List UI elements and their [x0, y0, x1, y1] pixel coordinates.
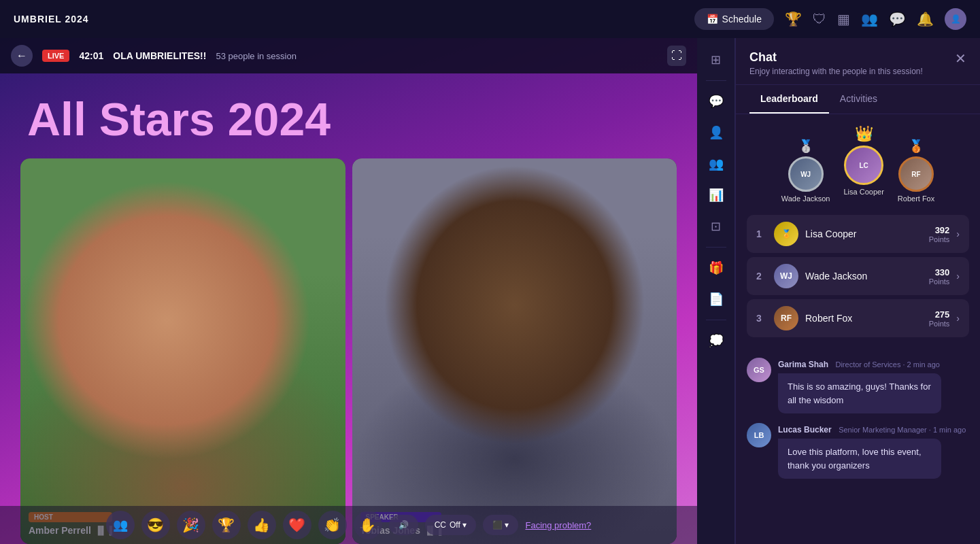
document-icon-button[interactable]: 📄 — [703, 286, 730, 313]
top-nav-left: UMBRIEL 2024 — [14, 14, 89, 24]
podium-name-lisa: Lisa Cooper — [844, 188, 884, 196]
session-title: OLA UMBRIELITES!! — [113, 50, 206, 61]
team-icon-button[interactable]: 👥 — [703, 150, 730, 177]
main-layout: ← LIVE 42:01 OLA UMBRIELITES!! 53 people… — [0, 38, 980, 544]
session-people-count: 53 people in session — [216, 51, 297, 61]
chat-tabs: Leaderboard Activities — [736, 85, 980, 114]
users-icon[interactable]: 👥 — [861, 11, 878, 27]
leaderboard-row-3[interactable]: 3 RF Robert Fox 275 Points › — [747, 299, 969, 337]
sidebar-divider-3 — [706, 320, 726, 320]
top-nav: UMBRIEL 2024 📅 Schedule 🏆 🛡 ▦ 👥 💬 🔔 👤 — [0, 0, 980, 38]
tab-activities[interactable]: Activities — [829, 85, 888, 114]
chat-nav-icon[interactable]: 💬 — [889, 11, 906, 27]
garima-avatar: GS — [747, 358, 771, 382]
lb-avatar-wade: WJ — [774, 264, 798, 288]
chat-subtitle: Enjoy interacting with the people in thi… — [749, 67, 923, 76]
session-bar: ← LIVE 42:01 OLA UMBRIELITES!! 53 people… — [0, 38, 697, 73]
lb-points-robert: 275 — [929, 309, 950, 320]
session-timer: 42:01 — [79, 50, 103, 61]
app-title: UMBRIEL 2024 — [14, 14, 89, 24]
lucas-meta: Senior Marketing Manager · 1 min ago — [839, 426, 966, 434]
video-feed-amber: HOST Amber Perrell ▐▌▐ — [20, 158, 345, 544]
analytics-icon-button[interactable]: 📊 — [703, 182, 730, 209]
podium: 🥈 WJ Wade Jackson 👑 LC Lisa Cooper 🥉 RF … — [747, 125, 969, 203]
quality-button[interactable]: ⬛ ▾ — [483, 515, 518, 535]
chat-header: Chat Enjoy interacting with the people i… — [736, 38, 980, 85]
bottom-controls: 👥 😎 🎉 🏆 👍 ❤️ 👏 ✋ 🔊 CC Off ▾ ⬛ ▾ Fa — [0, 506, 697, 544]
lb-name-wade: Wade Jackson — [805, 271, 922, 282]
modules-icon-button[interactable]: ⊡ — [703, 213, 730, 240]
garima-sender: Garima Shah — [778, 360, 828, 369]
quality-icon: ⬛ ▾ — [492, 520, 509, 530]
tobias-video — [352, 158, 677, 544]
back-button[interactable]: ← — [11, 45, 33, 67]
volume-icon: 🔊 — [399, 520, 409, 530]
lb-avatar-lisa: 🏅 — [774, 222, 798, 246]
lb-points-lisa: 392 — [929, 225, 950, 235]
video-feeds: HOST Amber Perrell ▐▌▐ SPEAKER — [0, 158, 697, 544]
chat-messages: GS Garima Shah Director of Services · 2 … — [736, 348, 980, 544]
podium-avatar-wade: WJ — [788, 156, 824, 192]
emoji-sunglasses-button[interactable]: 😎 — [141, 511, 170, 539]
lb-points-label-lisa: Points — [929, 235, 950, 243]
video-area: ← LIVE 42:01 OLA UMBRIELITES!! 53 people… — [0, 38, 697, 544]
cc-button[interactable]: CC Off ▾ — [425, 515, 476, 535]
podium-2nd: 🥈 WJ Wade Jackson — [781, 139, 830, 203]
leaderboard-row-1[interactable]: 1 🏅 Lisa Cooper 392 Points › — [747, 215, 969, 253]
layout-icon-button[interactable]: ⊞ — [703, 46, 730, 73]
schedule-button[interactable]: 📅 Schedule — [694, 8, 774, 30]
close-chat-button[interactable]: ✕ — [955, 50, 966, 67]
lb-arrow-icon-3: › — [956, 313, 960, 324]
video-feed-tobias: SPEAKER Tobias Jones ▐▌▐ — [352, 158, 677, 544]
chat-panel: Chat Enjoy interacting with the people i… — [735, 38, 980, 544]
podium-name-robert: Robert Fox — [898, 194, 934, 203]
shield-icon[interactable]: 🛡 — [813, 12, 826, 27]
garima-message: This is so amazing, guys! Thanks for all… — [778, 373, 941, 413]
sidebar-divider-1 — [706, 80, 726, 81]
chat-message-1: GS Garima Shah Director of Services · 2 … — [747, 358, 969, 413]
amber-video — [20, 158, 345, 544]
sidebar-divider-2 — [706, 247, 726, 248]
volume-button[interactable]: 🔊 — [389, 515, 418, 535]
gift-icon-button[interactable]: 🎁 — [703, 254, 730, 282]
chat-title: Chat — [749, 50, 923, 65]
people-icon-button[interactable]: 👤 — [703, 119, 730, 146]
bronze-crown-icon: 🥉 — [909, 139, 924, 154]
speech-icon-button[interactable]: 💭 — [703, 327, 730, 354]
cc-icon: CC — [435, 520, 446, 530]
emoji-clap-button[interactable]: 👏 — [318, 511, 347, 539]
facing-problem-link[interactable]: Facing problem? — [525, 520, 591, 530]
lb-arrow-icon: › — [956, 228, 960, 239]
raise-hand-button[interactable]: ✋ — [354, 511, 382, 539]
chat-icon-button[interactable]: 💬 — [703, 88, 730, 115]
emoji-thumbsup-button[interactable]: 👍 — [248, 511, 276, 539]
user-avatar[interactable]: 👤 — [945, 8, 966, 30]
lb-points-wade: 330 — [929, 267, 950, 277]
lucas-sender: Lucas Bucker — [778, 425, 832, 435]
calendar-icon: 📅 — [707, 14, 718, 24]
lb-avatar-robert: RF — [774, 306, 798, 330]
trophy-icon[interactable]: 🏆 — [785, 11, 802, 27]
rank-3: 3 — [756, 313, 767, 324]
emoji-heart-button[interactable]: ❤️ — [283, 511, 311, 539]
leaderboard-list: 1 🏅 Lisa Cooper 392 Points › 2 WJ Wade J… — [747, 215, 969, 337]
podium-1st: 👑 LC Lisa Cooper — [844, 125, 884, 196]
lb-points-label-robert: Points — [929, 320, 950, 328]
leaderboard-row-2[interactable]: 2 WJ Wade Jackson 330 Points › — [747, 257, 969, 295]
podium-3rd: 🥉 RF Robert Fox — [898, 139, 934, 203]
emoji-trophy-button[interactable]: 🏆 — [212, 511, 241, 539]
lucas-message: Love this platform, love this event, tha… — [778, 439, 941, 479]
live-badge: LIVE — [42, 50, 69, 62]
video-content: All Stars 2024 HOST Amber Perrell ▐▌▐ — [0, 73, 697, 544]
tab-leaderboard[interactable]: Leaderboard — [749, 85, 829, 114]
lb-arrow-icon-2: › — [956, 271, 960, 282]
emoji-party-button[interactable]: 🎉 — [177, 511, 205, 539]
podium-avatar-robert: RF — [898, 156, 934, 192]
rank-1: 1 — [756, 228, 767, 239]
fullscreen-button[interactable]: ⛶ — [667, 46, 686, 66]
leaderboard-section: 🥈 WJ Wade Jackson 👑 LC Lisa Cooper 🥉 RF … — [736, 114, 980, 348]
silver-crown-icon: 🥈 — [798, 139, 813, 154]
bell-icon[interactable]: 🔔 — [917, 11, 934, 27]
grid-icon[interactable]: ▦ — [837, 11, 850, 27]
participants-button[interactable]: 👥 — [106, 511, 135, 539]
